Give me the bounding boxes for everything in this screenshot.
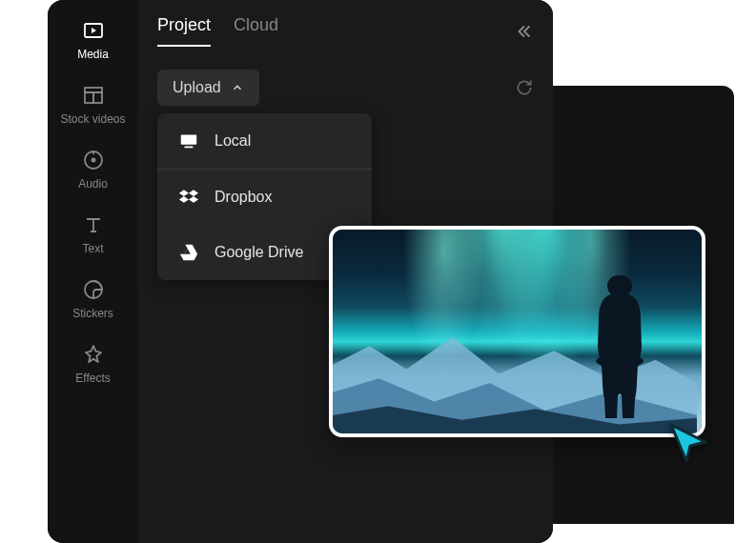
sidebar-item-label: Audio (78, 177, 108, 191)
sidebar-item-stickers[interactable]: Stickers (48, 278, 138, 320)
sidebar-item-label: Text (82, 242, 103, 255)
sidebar-item-label: Stickers (72, 307, 113, 320)
sidebar-item-audio[interactable]: Audio (48, 149, 138, 191)
thumbnail-image (333, 230, 702, 433)
text-icon (82, 213, 105, 236)
sidebar: Media Stock videos Audio (48, 0, 138, 543)
sidebar-item-label: Effects (75, 372, 110, 385)
chevron-up-icon (231, 81, 244, 94)
audio-icon (82, 149, 105, 171)
sidebar-item-media[interactable]: Media (48, 19, 138, 61)
dropdown-item-dropbox[interactable]: Dropbox (157, 170, 372, 225)
dropdown-item-label: Dropbox (215, 189, 272, 206)
media-icon (82, 19, 105, 42)
tabs: Project Cloud (157, 15, 278, 47)
svg-rect-8 (184, 147, 193, 149)
collapse-panel-icon[interactable] (513, 21, 534, 42)
stickers-icon (82, 278, 105, 301)
tab-project[interactable]: Project (157, 15, 211, 47)
upload-button-label: Upload (173, 79, 221, 96)
refresh-icon[interactable] (515, 78, 534, 97)
dropbox-icon (178, 187, 199, 208)
local-icon (178, 131, 199, 151)
svg-rect-3 (93, 92, 102, 103)
sidebar-item-text[interactable]: Text (48, 213, 138, 255)
cursor-pointer-icon (665, 419, 713, 467)
svg-point-5 (91, 158, 95, 163)
dropdown-item-local[interactable]: Local (157, 113, 372, 170)
svg-rect-7 (181, 135, 197, 145)
svg-rect-2 (85, 92, 93, 103)
upload-button[interactable]: Upload (157, 70, 259, 106)
dropdown-item-label: Google Drive (215, 244, 303, 261)
top-row: Project Cloud (157, 15, 534, 47)
sidebar-item-stock-videos[interactable]: Stock videos (48, 84, 138, 126)
media-thumbnail[interactable] (329, 226, 705, 437)
tab-cloud[interactable]: Cloud (234, 15, 278, 47)
sidebar-item-label: Stock videos (60, 112, 125, 126)
upload-row: Upload (157, 70, 534, 106)
dropdown-item-label: Local (215, 132, 251, 150)
sidebar-item-label: Media (77, 48, 109, 61)
effects-icon (82, 343, 105, 366)
stock-videos-icon (82, 84, 105, 107)
sidebar-item-effects[interactable]: Effects (48, 343, 138, 385)
google-drive-icon (178, 242, 199, 263)
